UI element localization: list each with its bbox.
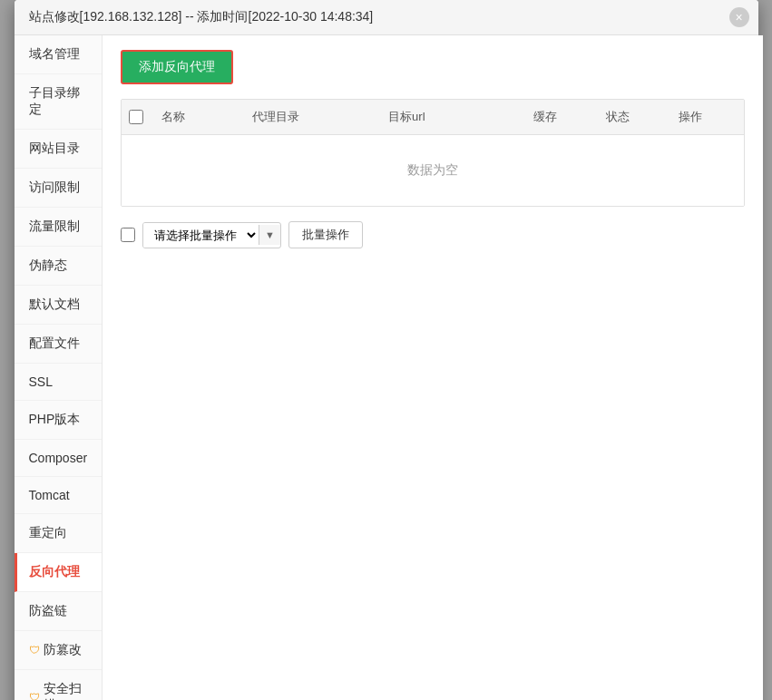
sidebar-item-domain[interactable]: 域名管理 <box>15 35 103 74</box>
col-target-url: 目标url <box>381 100 526 134</box>
sidebar-item-tomcat[interactable]: Tomcat <box>15 477 103 514</box>
sidebar-item-label: 网站目录 <box>29 141 80 157</box>
sidebar-item-composer[interactable]: Composer <box>15 440 103 477</box>
sidebar-item-hotlink[interactable]: 防盗链 <box>15 592 103 631</box>
batch-operation-select[interactable]: 请选择批量操作 删除选中 <box>143 223 259 248</box>
col-action: 操作 <box>671 100 744 134</box>
sidebar-item-label: Composer <box>29 451 88 465</box>
col-proxy-dir: 代理目录 <box>245 100 381 134</box>
sidebar-item-flow[interactable]: 流量限制 <box>15 208 103 247</box>
sidebar-item-label: SSL <box>29 374 53 389</box>
sidebar-item-default[interactable]: 默认文档 <box>15 286 103 325</box>
premium-icon: 🛡 <box>29 644 40 656</box>
modal-header: 站点修改[192.168.132.128] -- 添加时间[2022-10-30… <box>15 0 758 35</box>
table-wrapper: 名称 代理目录 目标url 缓存 状态 操作 数据为空 <box>121 99 745 207</box>
modal-title: 站点修改[192.168.132.128] -- 添加时间[2022-10-30… <box>29 9 374 25</box>
modal-body: 域名管理子目录绑定网站目录访问限制流量限制伪静态默认文档配置文件SSLPHP版本… <box>15 35 758 700</box>
sidebar-item-label: 防篡改 <box>44 642 82 658</box>
add-reverse-proxy-button[interactable]: 添加反向代理 <box>121 50 233 84</box>
sidebar-item-config[interactable]: 配置文件 <box>15 325 103 364</box>
table-header: 名称 代理目录 目标url 缓存 状态 操作 <box>122 100 744 135</box>
sidebar-item-pseudo[interactable]: 伪静态 <box>15 247 103 286</box>
sidebar-item-label: 访问限制 <box>29 180 80 196</box>
main-content: 添加反向代理 名称 代理目录 目标url 缓存 状态 操作 数据为空 <box>103 35 763 700</box>
sidebar-item-webdir[interactable]: 网站目录 <box>15 130 103 169</box>
sidebar-item-tamper[interactable]: 🛡防篡改 <box>15 631 103 670</box>
col-cache: 缓存 <box>526 100 599 134</box>
table-empty-message: 数据为空 <box>122 135 744 206</box>
close-button[interactable]: × <box>729 7 749 27</box>
batch-select-all-checkbox[interactable] <box>121 228 135 242</box>
batch-select-wrapper: 请选择批量操作 删除选中 ▼ <box>142 222 281 248</box>
sidebar-item-label: 默认文档 <box>29 297 80 313</box>
col-status: 状态 <box>599 100 671 134</box>
chevron-down-icon: ▼ <box>259 225 280 245</box>
sidebar-item-label: 伪静态 <box>29 258 67 274</box>
sidebar-item-redirect[interactable]: 重定向 <box>15 514 103 553</box>
sidebar-item-label: 安全扫描 <box>44 681 88 700</box>
sidebar-item-label: 反向代理 <box>29 564 80 580</box>
batch-action-button[interactable]: 批量操作 <box>288 221 363 248</box>
col-name: 名称 <box>154 100 245 134</box>
sidebar-item-php[interactable]: PHP版本 <box>15 401 103 440</box>
sidebar-item-reverse[interactable]: 反向代理 <box>15 553 103 592</box>
sidebar: 域名管理子目录绑定网站目录访问限制流量限制伪静态默认文档配置文件SSLPHP版本… <box>15 35 103 700</box>
sidebar-item-label: 防盗链 <box>29 603 67 619</box>
premium-icon: 🛡 <box>29 691 40 700</box>
sidebar-item-label: Tomcat <box>29 488 70 502</box>
sidebar-item-label: 配置文件 <box>29 335 80 352</box>
select-all-checkbox[interactable] <box>129 110 143 124</box>
sidebar-item-access[interactable]: 访问限制 <box>15 169 103 208</box>
sidebar-item-label: PHP版本 <box>29 412 81 428</box>
batch-bar: 请选择批量操作 删除选中 ▼ 批量操作 <box>121 221 745 248</box>
sidebar-item-scan[interactable]: 🛡安全扫描 <box>15 670 103 700</box>
sidebar-item-label: 子目录绑定 <box>29 85 88 118</box>
sidebar-item-label: 重定向 <box>29 525 67 541</box>
sidebar-item-subdir[interactable]: 子目录绑定 <box>15 74 103 130</box>
sidebar-item-label: 域名管理 <box>29 46 80 63</box>
header-checkbox-cell <box>122 100 154 134</box>
sidebar-item-ssl[interactable]: SSL <box>15 364 103 401</box>
modal: 站点修改[192.168.132.128] -- 添加时间[2022-10-30… <box>15 0 758 700</box>
sidebar-item-label: 流量限制 <box>29 219 80 235</box>
